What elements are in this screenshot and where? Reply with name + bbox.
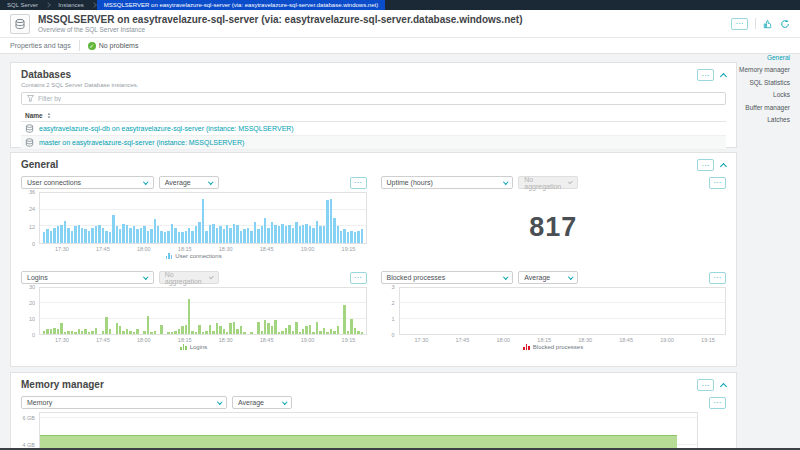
blocked-processes-metric-dropdown[interactable]: Blocked processes <box>381 271 514 284</box>
no-problems-label: No problems <box>99 42 139 49</box>
logins-chart: 010203017:3017:4518:0018:1518:3018:4519:… <box>21 287 367 350</box>
general-section: General ··· User connections Average ···… <box>10 152 737 367</box>
header-text: MSSQLSERVER on easytravelazure-sql-serve… <box>38 14 522 33</box>
sidebar-item-latches[interactable]: Latches <box>715 116 790 123</box>
divider <box>79 40 80 51</box>
sort-icon <box>46 112 52 119</box>
page-subtitle: Overview of the SQL Server Instance <box>38 26 522 33</box>
chevron-down-icon <box>568 179 573 184</box>
divider <box>755 18 756 29</box>
general-collapse-icon[interactable] <box>720 163 727 170</box>
blocked-processes-chart: 012317:3017:4518:0018:1518:3018:4519:001… <box>381 287 727 350</box>
databases-filter <box>21 92 726 105</box>
database-row[interactable]: master on easytravelazure-sql-server (in… <box>21 136 726 150</box>
tab-bar: Properties and tags ✓ No problems <box>0 38 800 54</box>
database-link[interactable]: master on easytravelazure-sql-server (in… <box>39 139 244 146</box>
breadcrumb-instances[interactable]: Instances <box>51 0 91 10</box>
sidebar-item-sql-statistics[interactable]: SQL Statistics <box>715 79 790 86</box>
memory-manager-title: Memory manager <box>21 379 104 390</box>
user-connections-options-button[interactable]: ··· <box>350 177 367 189</box>
filter-input[interactable] <box>38 95 720 102</box>
name-column-header[interactable]: Name <box>25 112 43 119</box>
chevron-down-icon <box>568 274 573 279</box>
blocked-processes-options-button[interactable]: ··· <box>709 272 726 284</box>
chevron-down-icon <box>144 274 149 279</box>
databases-subtitle: Contains 2 SQL Server Database instances… <box>21 82 139 88</box>
breadcrumb: SQL Server Instances MSSQLSERVER on easy… <box>0 0 800 10</box>
filter-icon <box>27 95 34 102</box>
sidebar-item-memory-manager[interactable]: Memory manager <box>715 66 790 73</box>
sidebar-item-buffer-manager[interactable]: Buffer manager <box>715 104 790 111</box>
breadcrumb-current-instance[interactable]: MSSQLSERVER on easytravelazure-sql-serve… <box>97 0 385 10</box>
database-icon <box>25 124 34 133</box>
memory-options-button[interactable]: ··· <box>709 397 726 409</box>
database-icon <box>25 138 34 147</box>
thumbs-up-icon[interactable] <box>763 19 773 29</box>
uptime-options-button[interactable]: ··· <box>709 177 726 189</box>
logins-metric-dropdown[interactable]: Logins <box>21 271 154 284</box>
page-header: MSSQLSERVER on easytravelazure-sql-serve… <box>0 10 800 38</box>
databases-more-button[interactable]: ··· <box>697 69 714 81</box>
uptime-value: 817 <box>529 212 577 243</box>
refresh-icon[interactable] <box>780 19 790 29</box>
uptime-panel: Uptime (hours) No aggregation ··· 817 <box>381 176 727 262</box>
main-content: Databases Contains 2 SQL Server Database… <box>0 55 800 450</box>
logins-panel: Logins No aggregation ··· 010203017:3017… <box>21 271 367 350</box>
chevron-down-icon <box>503 274 508 279</box>
memory-aggregation-dropdown[interactable]: Average <box>232 396 292 409</box>
memory-collapse-icon[interactable] <box>720 383 727 390</box>
database-row[interactable]: easytravelazure-sql-db on easytravelazur… <box>21 122 726 136</box>
logins-aggregation-dropdown: No aggregation <box>159 271 219 284</box>
blocked-processes-aggregation-dropdown[interactable]: Average <box>518 271 578 284</box>
logins-options-button[interactable]: ··· <box>350 272 367 284</box>
chevron-down-icon <box>282 399 287 404</box>
sidebar-item-locks[interactable]: Locks <box>715 91 790 98</box>
header-more-button[interactable]: ··· <box>731 18 748 30</box>
databases-table-header: Name <box>21 110 726 122</box>
blocked-processes-panel: Blocked processes Average ··· 012317:301… <box>381 271 727 350</box>
tab-properties-and-tags[interactable]: Properties and tags <box>10 42 71 49</box>
chevron-down-icon <box>209 274 214 279</box>
header-actions: ··· <box>731 18 790 30</box>
sql-server-instance-icon <box>10 14 30 34</box>
general-more-button[interactable]: ··· <box>697 159 714 171</box>
uptime-aggregation-dropdown: No aggregation <box>518 176 578 189</box>
chevron-down-icon <box>209 179 214 184</box>
no-problems-check-icon: ✓ <box>88 42 96 50</box>
chevron-down-icon <box>503 179 508 184</box>
user-connections-panel: User connections Average ··· 012243617:3… <box>21 176 367 262</box>
page-title: MSSQLSERVER on easytravelazure-sql-serve… <box>38 14 522 25</box>
database-link[interactable]: easytravelazure-sql-db on easytravelazur… <box>39 125 294 132</box>
memory-manager-section: Memory manager ··· Memory Average ··· 2 … <box>10 372 737 450</box>
user-connections-aggregation-dropdown[interactable]: Average <box>159 176 219 189</box>
user-connections-metric-dropdown[interactable]: User connections <box>21 176 154 189</box>
breadcrumb-separator-icon <box>45 2 51 8</box>
databases-title: Databases <box>21 69 139 80</box>
problems-status-badge[interactable]: ✓ No problems <box>88 42 139 50</box>
uptime-metric-dropdown[interactable]: Uptime (hours) <box>381 176 514 189</box>
memory-chart: 2 GB4 GB6 GB <box>21 412 698 450</box>
chevron-down-icon <box>217 399 222 404</box>
memory-metric-dropdown[interactable]: Memory <box>21 396 227 409</box>
breadcrumb-sql-server[interactable]: SQL Server <box>0 0 45 10</box>
sidebar-item-general[interactable]: General <box>715 54 790 61</box>
databases-section: Databases Contains 2 SQL Server Database… <box>10 62 737 148</box>
user-connections-chart: 012243617:3017:4518:0018:1518:3018:4519:… <box>21 192 367 259</box>
chevron-down-icon <box>144 179 149 184</box>
general-title: General <box>21 159 58 170</box>
memory-more-button[interactable]: ··· <box>697 379 714 391</box>
breadcrumb-separator-icon <box>91 2 97 8</box>
